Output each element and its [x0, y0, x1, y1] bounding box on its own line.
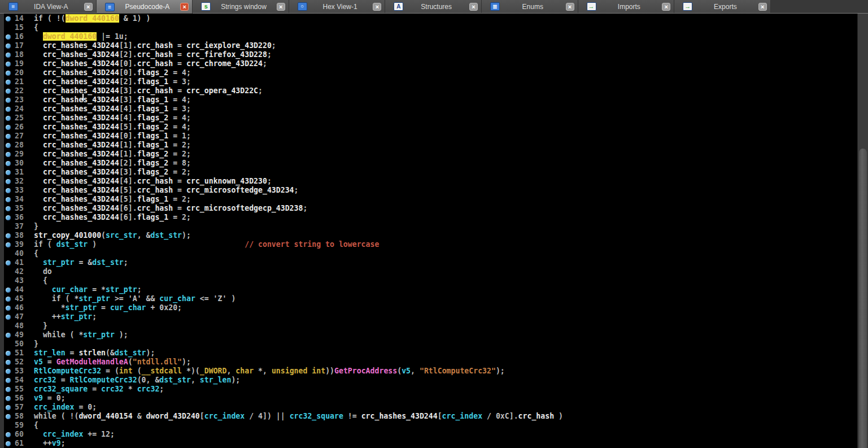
code-text: crc_hashes_43D244[2].flags_1 = 3; — [34, 77, 191, 86]
code-text: crc_index += 12; — [34, 430, 115, 439]
code-line[interactable]: 23 crc_hashes_43D244[3].flags_1 = 4; — [0, 95, 857, 105]
code-line[interactable]: 50} — [0, 340, 857, 349]
code-view-left-edge — [0, 14, 4, 448]
tab-enums[interactable]: ≣Enums× — [482, 0, 578, 13]
tab-close-button[interactable]: × — [180, 3, 189, 11]
tab-exports[interactable]: →Exports× — [674, 0, 771, 13]
scrollbar-thumb[interactable] — [859, 149, 867, 448]
code-line[interactable]: 31 crc_hashes_43D244[3].flags_2 = 2; — [0, 168, 857, 177]
code-line[interactable]: 38str_copy_401000(src_str, &dst_str); — [0, 231, 857, 240]
code-line[interactable]: 19 crc_hashes_43D244[0].crc_hash = crc_c… — [0, 59, 857, 68]
code-text: if ( !(dword_440160 & 1) ) — [34, 14, 150, 23]
tab-close-button[interactable]: × — [566, 3, 574, 11]
code-line[interactable]: 26 crc_hashes_43D244[5].flags_2 = 4; — [0, 123, 857, 132]
tab-hex-view-1[interactable]: ○Hex View-1× — [289, 0, 386, 13]
tab-label: Exports — [692, 3, 758, 11]
code-line[interactable]: 20 crc_hashes_43D244[0].flags_2 = 4; — [0, 68, 857, 77]
code-line[interactable]: 29 crc_hashes_43D244[1].flags_2 = 2; — [0, 150, 857, 159]
tab-close-button[interactable]: × — [469, 3, 478, 11]
code-line[interactable]: 41 str_ptr = &dst_str; — [0, 258, 857, 267]
code-text: while ( *str_ptr ); — [34, 330, 128, 340]
code-line[interactable]: 24 crc_hashes_43D244[4].flags_1 = 3; — [0, 105, 857, 114]
code-line[interactable]: 58while ( !(dword_440154 & dword_43D240[… — [0, 412, 857, 421]
code-line[interactable]: 44 cur_char = *str_ptr; — [0, 285, 857, 294]
code-text: crc_hashes_43D244[1].flags_1 = 2; — [34, 141, 191, 150]
code-line[interactable]: 39if ( dst_str ) // convert string to lo… — [0, 240, 857, 249]
code-line[interactable]: 22 crc_hashes_43D244[3].crc_hash = crc_o… — [0, 86, 857, 95]
code-text: RtlComputeCrc32 = (int (__stdcall *)(_DW… — [34, 367, 505, 376]
code-line[interactable]: 49 while ( *str_ptr ); — [0, 330, 857, 340]
code-line[interactable]: 45 if ( *str_ptr >= 'A' && cur_char <= '… — [0, 294, 857, 303]
code-text: crc_hashes_43D244[4].crc_hash = crc_unkn… — [34, 177, 272, 186]
code-line[interactable]: 27 crc_hashes_43D244[0].flags_1 = 1; — [0, 132, 857, 141]
code-line[interactable]: 47 ++str_ptr; — [0, 312, 857, 321]
tab-pseudocode-a[interactable]: ≡Pseudocode-A× — [97, 0, 193, 14]
code-text: crc_hashes_43D244[5].flags_2 = 4; — [34, 123, 191, 132]
code-text: while ( !(dword_440154 & dword_43D240[cr… — [34, 412, 563, 421]
code-text: ++str_ptr; — [34, 312, 97, 321]
code-text: str_ptr = &dst_str; — [34, 258, 128, 267]
code-text: v9 = 0; — [34, 394, 66, 403]
code-line[interactable]: 55crc32_square = crc32 * crc32; — [0, 385, 857, 394]
code-text: crc_hashes_43D244[4].flags_2 = 4; — [34, 114, 191, 123]
tab-label: Strings window — [211, 3, 277, 11]
tab-label: IDA View-A — [18, 3, 84, 11]
code-line[interactable]: 28 crc_hashes_43D244[1].flags_1 = 2; — [0, 141, 857, 150]
code-line[interactable]: 35 crc_hashes_43D244[6].crc_hash = crc_m… — [0, 204, 857, 213]
code-line[interactable]: 32 crc_hashes_43D244[4].crc_hash = crc_u… — [0, 177, 857, 186]
code-line[interactable]: 36 crc_hashes_43D244[6].flags_1 = 2; — [0, 213, 857, 222]
code-line[interactable]: 14if ( !(dword_440160 & 1) ) — [0, 14, 857, 23]
code-line[interactable]: 37} — [0, 222, 857, 231]
imports-icon: → — [587, 2, 596, 11]
code-text: str_copy_401000(src_str, &dst_str); — [34, 231, 191, 240]
enums-icon: ≣ — [490, 2, 500, 11]
tab-ida-view-a[interactable]: ≡IDA View-A× — [0, 0, 97, 13]
tab-label: Hex View-1 — [307, 3, 373, 11]
code-line[interactable]: 60 crc_index += 12; — [0, 430, 857, 439]
code-line[interactable]: 21 crc_hashes_43D244[2].flags_1 = 3; — [0, 77, 857, 86]
code-text: crc_hashes_43D244[5].crc_hash = crc_micr… — [34, 186, 299, 195]
code-line[interactable]: 43 { — [0, 276, 857, 285]
code-line[interactable]: 53RtlComputeCrc32 = (int (__stdcall *)(_… — [0, 367, 857, 376]
tab-close-button[interactable]: × — [277, 3, 285, 11]
tab-strings-window[interactable]: sStrings window× — [193, 0, 289, 13]
tab-close-button[interactable]: × — [373, 3, 381, 11]
tab-structures[interactable]: AStructures× — [385, 0, 482, 13]
tab-close-button[interactable]: × — [758, 3, 767, 11]
code-line[interactable]: 18 crc_hashes_43D244[2].crc_hash = crc_f… — [0, 50, 857, 59]
code-line[interactable]: 51str_len = strlen(&dst_str); — [0, 349, 857, 358]
code-text: } — [34, 321, 47, 330]
code-text: crc_hashes_43D244[3].flags_1 = 4; — [34, 95, 191, 105]
code-line[interactable]: 17 crc_hashes_43D244[1].crc_hash = crc_i… — [0, 41, 857, 50]
vertical-scrollbar[interactable] — [857, 14, 868, 448]
code-line[interactable]: 33 crc_hashes_43D244[5].crc_hash = crc_m… — [0, 186, 857, 195]
tab-imports[interactable]: →Imports× — [578, 0, 675, 13]
code-line[interactable]: 52v5 = GetModuleHandleA("ntdll.dll"); — [0, 358, 857, 367]
code-line[interactable]: 42 do — [0, 267, 857, 276]
code-view[interactable]: 14if ( !(dword_440160 & 1) )15{16 dword_… — [0, 14, 857, 448]
code-text: crc_hashes_43D244[1].flags_2 = 2; — [34, 150, 191, 159]
code-text: do — [34, 267, 52, 276]
code-line[interactable]: 25 crc_hashes_43D244[4].flags_2 = 4; — [0, 114, 857, 123]
code-text: crc_hashes_43D244[1].crc_hash = crc_iexp… — [34, 41, 276, 50]
code-line[interactable]: 34 crc_hashes_43D244[5].flags_1 = 2; — [0, 195, 857, 204]
tab-close-button[interactable]: × — [662, 3, 670, 11]
code-text: crc_hashes_43D244[0].flags_2 = 4; — [34, 68, 191, 77]
code-line[interactable]: 15{ — [0, 23, 857, 32]
code-text: crc_hashes_43D244[4].flags_1 = 3; — [34, 105, 191, 114]
code-text: crc_hashes_43D244[6].crc_hash = crc_micr… — [34, 204, 307, 213]
code-line[interactable]: 56v9 = 0; — [0, 394, 857, 403]
code-line[interactable]: 46 *str_ptr = cur_char + 0x20; — [0, 303, 857, 312]
code-line[interactable]: 57crc_index = 0; — [0, 403, 857, 412]
code-text: { — [34, 249, 38, 258]
tab-bar: ≡IDA View-A×≡Pseudocode-A×sStrings windo… — [0, 0, 868, 14]
code-line[interactable]: 48 } — [0, 321, 857, 330]
code-line[interactable]: 30 crc_hashes_43D244[2].flags_2 = 8; — [0, 159, 857, 168]
code-line[interactable]: 40{ — [0, 249, 857, 258]
code-text: str_len = strlen(&dst_str); — [34, 349, 155, 358]
code-line[interactable]: 61 ++v9; — [0, 439, 857, 448]
tab-close-button[interactable]: × — [84, 3, 93, 11]
code-line[interactable]: 16 dword_440160 |= 1u; — [0, 32, 857, 41]
code-line[interactable]: 54crc32 = RtlComputeCrc32(0, &dst_str, s… — [0, 376, 857, 385]
code-line[interactable]: 59{ — [0, 421, 857, 430]
